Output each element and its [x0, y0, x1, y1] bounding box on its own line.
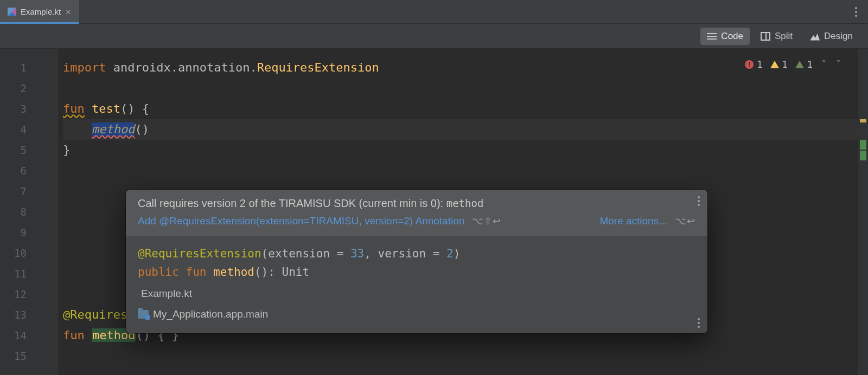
tabbar-options-button[interactable] — [844, 0, 868, 23]
weak-warning-count[interactable]: 1 — [795, 59, 813, 70]
view-mode-split-label: Split — [775, 31, 793, 42]
error-stripe[interactable] — [858, 49, 868, 375]
line-number: 4 — [0, 119, 57, 140]
file-tab-example-kt[interactable]: Example.kt ✕ — [0, 0, 79, 23]
view-mode-code[interactable]: Code — [700, 28, 750, 45]
module-folder-icon — [138, 310, 149, 319]
weak-warning-icon — [795, 61, 804, 68]
prev-problem-button[interactable]: ˄ — [820, 59, 827, 70]
selected-call: method — [92, 122, 135, 136]
split-view-icon — [761, 32, 770, 41]
code-line-current: method() — [63, 119, 868, 140]
kebab-icon — [698, 196, 700, 206]
next-problem-button[interactable]: ˅ — [835, 59, 842, 70]
code-line — [63, 346, 868, 366]
line-number: 3 — [0, 99, 57, 119]
intention-message: Call requires version 2 of the TIRAMISU … — [138, 197, 695, 210]
code-line: fun test() { — [63, 99, 868, 119]
kebab-icon — [855, 7, 857, 17]
line-number: 8 — [0, 202, 57, 222]
editor-gutter: 1 2 3 4 5 6 7 8 9 10 11 12 13 14 15 — [0, 49, 58, 375]
popup-options-button[interactable] — [698, 196, 700, 206]
error-icon — [745, 60, 754, 69]
line-number: 9 — [0, 222, 57, 243]
line-number: 5 — [0, 140, 57, 160]
editor-view-mode-bar: Code Split Design — [0, 24, 868, 49]
quick-doc-options-button[interactable] — [698, 318, 700, 328]
quick-doc-annotation-line: @RequiresExtension(extension = 33, versi… — [138, 244, 695, 263]
code-line — [63, 78, 868, 99]
line-number: 13 — [0, 305, 57, 325]
view-mode-design-label: Design — [824, 31, 853, 42]
code-view-icon — [707, 32, 717, 41]
line-number: 14 — [0, 325, 57, 346]
view-mode-code-label: Code — [721, 31, 743, 42]
apply-fix-shortcut: ⌥⇧↩ — [472, 215, 501, 227]
warning-icon — [770, 61, 779, 68]
line-number: 15 — [0, 346, 57, 366]
file-tab-label: Example.kt — [21, 7, 61, 16]
more-actions-shortcut: ⌥↩ — [675, 215, 695, 227]
code-line — [63, 160, 868, 181]
line-number: 7 — [0, 181, 57, 202]
warning-count[interactable]: 1 — [770, 59, 788, 70]
design-view-icon — [810, 32, 820, 41]
code-line: } — [63, 140, 868, 160]
quick-doc-signature-line: public fun method(): Unit — [138, 263, 695, 281]
inspection-summary[interactable]: 1 1 1 ˄ ˅ — [745, 59, 842, 70]
quick-doc-source-module: My_Application.app.main — [138, 304, 695, 326]
line-number: 12 — [0, 284, 57, 305]
line-number: 10 — [0, 243, 57, 263]
quick-doc-body: @RequiresExtension(extension = 33, versi… — [126, 236, 707, 333]
kebab-icon — [698, 318, 700, 328]
view-mode-design[interactable]: Design — [803, 28, 859, 45]
more-actions-link[interactable]: More actions... — [599, 215, 667, 227]
code-editor[interactable]: 1 2 3 4 5 6 7 8 9 10 11 12 13 14 15 impo… — [0, 49, 868, 375]
marker-ok[interactable] — [860, 151, 866, 160]
intention-popup-header: Call requires version 2 of the TIRAMISU … — [126, 190, 707, 236]
intention-popup: Call requires version 2 of the TIRAMISU … — [126, 190, 707, 333]
line-number: 6 — [0, 160, 57, 181]
marker-ok[interactable] — [860, 140, 866, 150]
marker-warning[interactable] — [860, 119, 866, 122]
quick-doc-source-file: Example.kt — [138, 281, 695, 304]
error-count[interactable]: 1 — [745, 59, 762, 70]
close-tab-icon[interactable]: ✕ — [65, 8, 72, 16]
view-mode-split[interactable]: Split — [754, 28, 799, 45]
line-number: 1 — [0, 57, 57, 78]
editor-tabbar: Example.kt ✕ — [0, 0, 868, 24]
kotlin-file-icon — [8, 8, 16, 16]
line-number: 11 — [0, 263, 57, 284]
line-number: 2 — [0, 78, 57, 99]
apply-fix-link[interactable]: Add @RequiresExtension(extension=TIRAMIS… — [138, 215, 464, 227]
